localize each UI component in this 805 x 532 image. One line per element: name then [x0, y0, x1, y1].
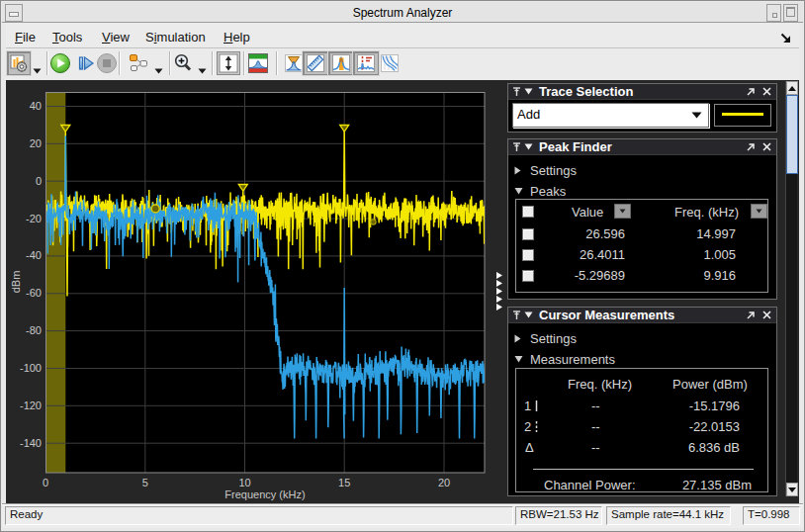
svg-text:-120: -120 [20, 399, 42, 411]
svg-text:Frequency (kHz): Frequency (kHz) [224, 488, 305, 500]
svg-text:-20: -20 [26, 213, 42, 224]
svg-text:-140: -140 [20, 437, 42, 449]
svg-text:0: 0 [36, 175, 42, 187]
svg-text:20: 20 [438, 477, 450, 488]
svg-text:0: 0 [43, 477, 48, 488]
svg-text:20: 20 [30, 137, 42, 149]
svg-text:-80: -80 [26, 324, 42, 336]
svg-text:15: 15 [338, 477, 350, 488]
svg-text:-100: -100 [20, 362, 42, 374]
svg-text:-60: -60 [26, 287, 42, 299]
svg-text:-40: -40 [26, 249, 42, 261]
svg-text:dBm: dBm [10, 271, 22, 294]
svg-text:10: 10 [238, 477, 250, 488]
svg-text:40: 40 [30, 100, 42, 112]
svg-text:5: 5 [142, 477, 148, 488]
